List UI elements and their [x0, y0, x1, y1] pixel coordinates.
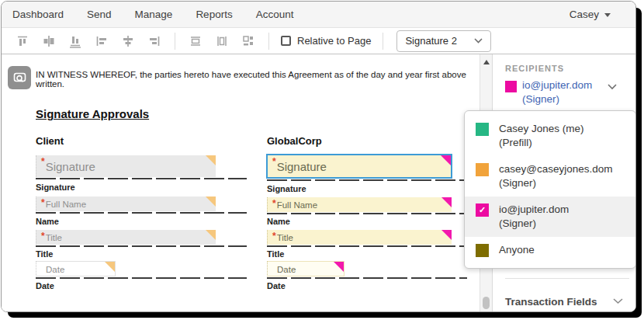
recipient-dropdown-menu: Casey Jones (me) (Prefill) casey@caseyjo…	[464, 110, 636, 269]
signature-underline	[36, 212, 247, 214]
checkmark-icon: ✓	[479, 205, 486, 215]
assignment-corner-icon	[334, 262, 344, 272]
menu-item-casey-jones[interactable]: Casey Jones (me) (Prefill)	[465, 116, 635, 156]
recipient-color-swatch	[476, 244, 489, 257]
field-placeholder: Date	[268, 262, 296, 274]
recipient-role: (Signer)	[522, 93, 559, 105]
align-left-icon[interactable]	[94, 33, 109, 49]
assignment-corner-icon	[105, 262, 115, 272]
nav-manage[interactable]: Manage	[135, 9, 173, 20]
align-vertical-center-icon[interactable]	[41, 33, 57, 49]
user-name: Casey	[570, 9, 599, 20]
field-caption: Date	[36, 281, 54, 290]
field-caption: Date	[267, 281, 286, 290]
field-title-globalcorp[interactable]: * Title	[267, 230, 452, 245]
column-title-client: Client	[36, 135, 64, 147]
user-menu[interactable]: Casey	[570, 9, 611, 20]
signature-underline	[267, 213, 467, 214]
app-window: Dashboard Send Manage Reports Account Ca…	[1, 1, 636, 312]
field-placeholder: Full Name	[277, 197, 317, 210]
field-signature-client[interactable]: * Signature	[36, 155, 216, 177]
field-name-select-value: Signature 2	[405, 35, 457, 47]
main-area: IN WITNESS WHEREOF, the parties hereto h…	[2, 54, 635, 311]
recipient-color-swatch	[476, 163, 489, 176]
relative-to-page-checkbox[interactable]	[281, 36, 291, 46]
menu-item-anyone[interactable]: Anyone	[465, 237, 635, 263]
field-placeholder: Title	[277, 230, 293, 242]
relative-to-page-option[interactable]: Relative to Page	[281, 35, 371, 47]
signature-underline	[267, 277, 467, 279]
field-name-select[interactable]: Signature 2	[396, 30, 491, 52]
menu-item-name: Anyone	[499, 244, 535, 256]
assignment-corner-icon	[206, 230, 216, 240]
chevron-down-icon[interactable]	[608, 84, 617, 90]
field-signature-globalcorp-selected[interactable]: * Signature	[266, 154, 452, 179]
align-right-icon[interactable]	[147, 33, 162, 49]
sidebar-divider	[505, 278, 629, 279]
field-fullname-client[interactable]: * Full Name	[36, 197, 216, 211]
field-caption: Signature	[36, 183, 75, 192]
field-targeting-button[interactable]	[8, 66, 31, 89]
document-page: IN WITNESS WHEREOF, the parties hereto h…	[2, 54, 480, 311]
field-caption: Signature	[267, 184, 306, 193]
recipient-email: io@jupiter.dom	[522, 79, 592, 91]
assignment-corner-icon	[206, 197, 216, 207]
menu-item-role: (Signer)	[499, 177, 536, 189]
chevron-down-icon	[613, 298, 623, 304]
required-asterisk: *	[268, 230, 277, 240]
assignment-corner-icon	[206, 155, 216, 165]
section-transaction-fields[interactable]: Transaction Fields	[505, 294, 626, 309]
chevron-down-icon	[474, 38, 483, 43]
field-magnifier-icon	[13, 71, 26, 85]
nav-send[interactable]: Send	[87, 9, 112, 20]
menu-item-name: casey@caseyjones.dom	[499, 163, 613, 175]
nav-reports[interactable]: Reports	[196, 9, 232, 20]
signature-underline	[267, 245, 467, 247]
distribute-horizontal-icon[interactable]	[188, 33, 203, 49]
recipient-color-swatch	[476, 123, 489, 136]
recipient-color-swatch	[505, 81, 517, 92]
assignment-corner-icon	[441, 197, 452, 207]
align-horizontal-center-icon[interactable]	[120, 33, 136, 49]
required-asterisk: *	[268, 197, 277, 207]
field-title-client[interactable]: * Title	[36, 230, 216, 245]
field-placeholder: Full Name	[46, 197, 86, 209]
distribute-vertical-icon[interactable]	[214, 33, 230, 49]
menu-item-name: io@jupiter.dom	[499, 203, 569, 215]
field-date-client[interactable]: Date	[36, 261, 116, 277]
nav-dashboard[interactable]: Dashboard	[12, 9, 64, 20]
recipients-header: RECIPIENTS	[505, 64, 564, 73]
match-size-icon[interactable]	[241, 33, 256, 49]
field-caption: Name	[36, 217, 59, 226]
required-asterisk: *	[36, 155, 46, 165]
signature-underline	[36, 277, 247, 279]
checked-color-swatch: ✓	[476, 203, 489, 217]
signature-underline	[267, 179, 467, 181]
column-title-globalcorp: GlobalCorp	[267, 135, 322, 147]
assignment-corner-icon	[441, 155, 451, 165]
menu-item-casey-email[interactable]: casey@caseyjones.dom (Signer)	[465, 156, 635, 197]
menu-item-name: Casey Jones (me)	[499, 123, 584, 134]
field-caption: Name	[267, 217, 290, 226]
required-asterisk: *	[268, 155, 277, 165]
nav-account[interactable]: Account	[256, 9, 294, 20]
align-top-icon[interactable]	[15, 33, 30, 49]
field-placeholder: Date	[36, 262, 64, 274]
signature-underline	[36, 178, 247, 179]
scroll-up-arrow-icon[interactable]	[483, 60, 490, 64]
scrollbar-thumb[interactable]	[483, 297, 490, 309]
field-caption: Title	[267, 249, 284, 259]
required-asterisk: *	[36, 197, 46, 207]
field-fullname-globalcorp[interactable]: * Full Name	[267, 197, 452, 212]
assignment-corner-icon	[441, 230, 452, 240]
field-placeholder: Signature	[277, 155, 327, 173]
field-date-globalcorp[interactable]: Date	[267, 261, 345, 277]
toolbar-separator	[383, 33, 383, 50]
field-caption: Title	[36, 249, 53, 259]
menu-item-io-jupiter[interactable]: ✓ io@jupiter.dom (Signer)	[465, 197, 635, 237]
caret-down-icon	[604, 13, 611, 17]
menu-item-role: (Prefill)	[499, 137, 532, 148]
field-toolbar: Relative to Page Signature 2	[2, 28, 635, 54]
signature-underline	[36, 245, 247, 247]
align-bottom-icon[interactable]	[68, 33, 83, 49]
